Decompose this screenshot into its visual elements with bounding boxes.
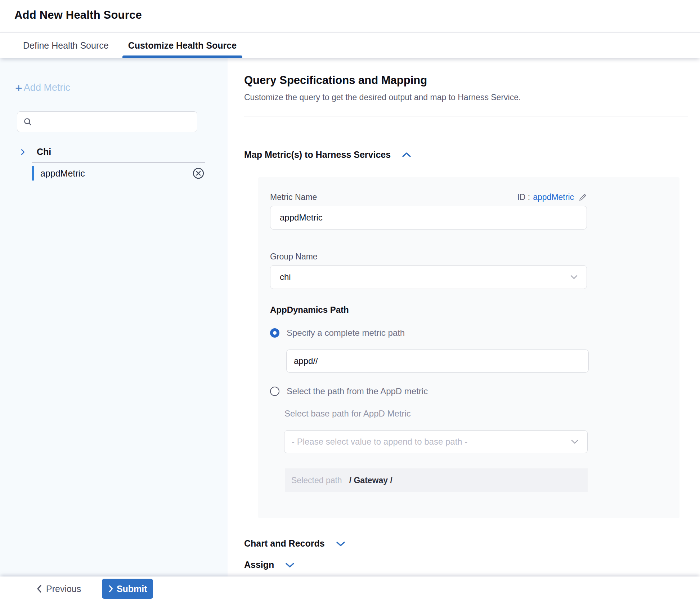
section-title: Chart and Records — [244, 538, 325, 549]
id-value-link[interactable]: appdMetric — [533, 192, 574, 202]
query-specifications-panel: Query Specifications and Mapping Customi… — [228, 58, 700, 576]
selected-path-value: / Gateway / — [349, 476, 392, 485]
add-metric-button[interactable]: + Add Metric — [15, 82, 228, 93]
collapse-section-chevron-up-icon[interactable] — [401, 152, 412, 158]
chevron-right-icon — [19, 148, 27, 156]
section-chart-records-header: Chart and Records — [244, 538, 700, 549]
section-title: Assign — [244, 560, 274, 570]
selected-indicator-bar — [32, 166, 34, 181]
tab-define-health-source[interactable]: Define Health Source — [17, 33, 115, 58]
panel-subtitle: Customize the query to get the desired o… — [244, 93, 700, 102]
dialog-footer: Previous Submit — [0, 576, 700, 601]
expand-section-chevron-down-icon[interactable] — [336, 540, 346, 547]
tab-label: Customize Health Source — [128, 40, 237, 51]
metric-name-label: Metric Name — [270, 192, 317, 202]
add-metric-label: Add Metric — [24, 82, 70, 93]
search-icon — [23, 117, 32, 126]
submit-label: Submit — [117, 584, 147, 594]
section-map-metrics-header: Map Metric(s) to Harness Services — [244, 150, 700, 160]
id-label: ID : — [517, 192, 530, 202]
metric-id-group: ID : appdMetric — [517, 192, 587, 202]
metric-tree: Chi appdMetric — [0, 147, 228, 182]
edit-id-pencil-icon[interactable] — [578, 193, 587, 202]
appdynamics-path-heading: AppDynamics Path — [270, 305, 679, 315]
tree-divider — [32, 162, 205, 163]
group-name: Chi — [37, 147, 51, 157]
tab-label: Define Health Source — [23, 40, 109, 51]
base-path-select[interactable]: - Please select value to append to base … — [284, 430, 588, 453]
expand-section-chevron-down-icon[interactable] — [285, 562, 295, 568]
group-name-value: chi — [280, 272, 570, 282]
tree-group-chi[interactable]: Chi — [19, 147, 228, 157]
delete-metric-icon[interactable] — [192, 167, 205, 180]
base-path-label: Select base path for AppD Metric — [284, 409, 679, 419]
base-path-placeholder: - Please select value to append to base … — [292, 437, 571, 447]
metric-name-input[interactable] — [270, 206, 587, 230]
metric-list-item-appdmetric[interactable]: appdMetric — [0, 164, 228, 182]
selected-path-label: Selected path — [291, 476, 342, 485]
selected-path-band: Selected path / Gateway / — [285, 468, 588, 492]
tab-bar: Define Health Source Customize Health So… — [0, 32, 700, 58]
search-input[interactable] — [37, 117, 197, 127]
chevron-right-icon — [108, 584, 114, 593]
previous-button[interactable]: Previous — [36, 584, 81, 594]
metric-mapping-card: Metric Name ID : appdMetric Group Nam — [258, 177, 679, 518]
plus-icon: + — [15, 83, 22, 93]
panel-divider — [244, 116, 688, 116]
metric-item-label: appdMetric — [40, 168, 85, 179]
submit-button[interactable]: Submit — [102, 579, 153, 599]
metrics-sidebar: + Add Metric — [0, 58, 228, 576]
previous-label: Previous — [46, 584, 81, 594]
group-name-select[interactable]: chi — [270, 265, 587, 289]
radio-select-path-label: Select the path from the AppD metric — [287, 386, 428, 396]
chevron-left-icon — [36, 584, 42, 593]
metric-search-box[interactable] — [17, 111, 197, 132]
page-title: Add New Health Source — [14, 9, 700, 22]
radio-row-select-path: Select the path from the AppD metric — [270, 386, 679, 396]
radio-complete-path-label: Specify a complete metric path — [287, 328, 405, 338]
panel-title: Query Specifications and Mapping — [244, 74, 700, 87]
add-health-source-dialog: Add New Health Source Define Health Sour… — [0, 0, 700, 601]
radio-row-complete-path: Specify a complete metric path — [270, 328, 679, 338]
group-name-label: Group Name — [270, 252, 679, 262]
complete-metric-path-input[interactable] — [286, 350, 589, 373]
section-title: Map Metric(s) to Harness Services — [244, 150, 391, 160]
dialog-header: Add New Health Source — [0, 0, 700, 32]
radio-complete-path[interactable] — [270, 328, 279, 338]
chevron-down-icon — [571, 439, 579, 444]
metric-name-label-row: Metric Name ID : appdMetric — [270, 192, 587, 202]
radio-select-path[interactable] — [270, 387, 279, 396]
tab-customize-health-source[interactable]: Customize Health Source — [122, 33, 242, 58]
section-assign-header: Assign — [244, 560, 700, 570]
chevron-down-icon — [570, 275, 578, 280]
dialog-body: + Add Metric — [0, 58, 700, 576]
